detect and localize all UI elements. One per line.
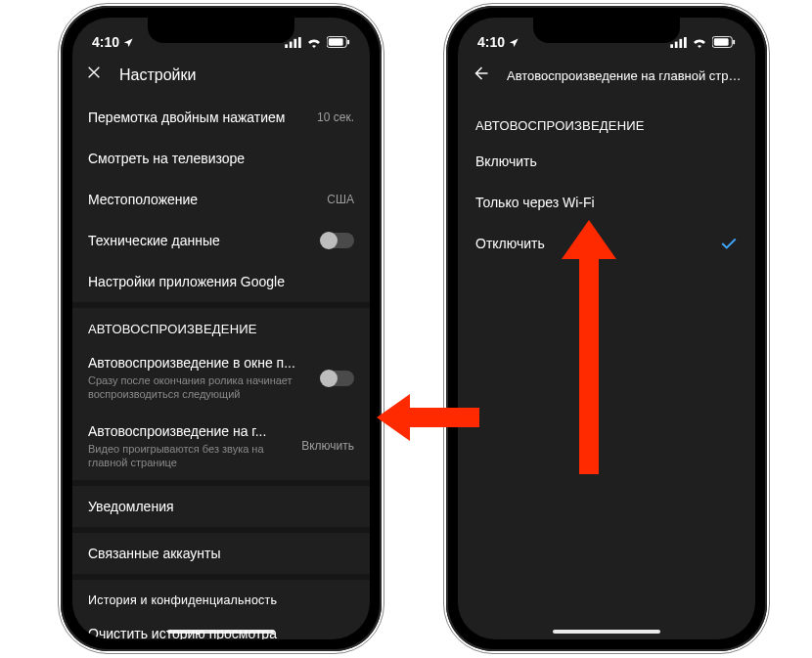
row-notifications[interactable]: Уведомления [72,486,370,527]
back-arrow-icon[interactable] [472,65,489,87]
svg-rect-10 [684,37,687,48]
notch [148,18,294,43]
autoplay-window-toggle[interactable] [321,371,354,386]
notch [533,18,680,43]
wifi-icon [692,36,707,48]
row-sub: Видео проигрываются без звука на главной… [88,442,292,470]
phone-right: 4:10 Автовоспроизведение на главной стра… [446,6,767,651]
option-wifi-only[interactable]: Только через Wi-Fi [458,182,755,223]
location-arrow-icon [509,37,519,48]
row-linked-accounts[interactable]: Связанные аккаунты [72,533,370,574]
row-google-app-settings[interactable]: Настройки приложения Google [72,261,370,302]
section-header-history: История и конфиденциальность [72,580,370,615]
close-icon[interactable] [86,65,102,85]
row-watch-on-tv[interactable]: Смотреть на телевизоре [72,138,370,179]
option-label: Включить [475,154,537,169]
row-autoplay-home[interactable]: Автовоспроизведение на г... Видео проигр… [72,413,370,481]
row-label: Местоположение [88,192,317,207]
row-value: Включить [301,439,354,453]
row-clear-history[interactable]: Очистить историю просмотра Будут удалены… [72,615,370,639]
app-bar: Настройки [72,57,370,97]
home-indicator[interactable] [167,630,275,634]
row-sub: Сразу после окончания ролика начинает во… [88,373,311,402]
phone-left: 4:10 Настройки Перемотка двойным нажатие… [61,6,382,651]
location-arrow-icon [123,37,134,48]
svg-rect-0 [285,44,288,48]
row-label: Автовоспроизведение в окне п... [88,355,311,371]
row-label: Уведомления [88,499,354,514]
row-label: Перемотка двойным нажатием [88,110,307,125]
row-double-tap-seek[interactable]: Перемотка двойным нажатием 10 сек. [72,97,370,138]
svg-rect-5 [329,38,343,45]
battery-icon [327,36,350,48]
svg-rect-2 [293,38,296,47]
battery-icon [712,36,736,48]
app-bar: Автовоспроизведение на главной странице [458,57,755,99]
svg-rect-3 [298,37,301,48]
option-enable[interactable]: Включить [458,141,755,182]
wifi-icon [306,36,322,48]
screen-right: 4:10 Автовоспроизведение на главной стра… [458,18,755,639]
status-time: 4:10 [92,34,119,50]
tech-data-toggle[interactable] [321,233,354,248]
section-header-autoplay: АВТОВОСПРОИЗВЕДЕНИЕ [72,308,370,344]
svg-rect-8 [675,41,678,47]
row-value: 10 сек. [317,110,354,124]
svg-rect-13 [733,40,735,45]
section-autoplay: АВТОВОСПРОИЗВЕДЕНИЕ Автовоспроизведение … [72,302,370,480]
section-header-autoplay: АВТОВОСПРОИЗВЕДЕНИЕ [458,105,755,141]
screen-left: 4:10 Настройки Перемотка двойным нажатие… [72,18,370,639]
row-label: Смотреть на телевизоре [88,151,354,166]
row-tech-data[interactable]: Технические данные [72,220,370,261]
status-time: 4:10 [477,34,505,50]
svg-rect-6 [347,40,349,45]
page-title: Настройки [119,66,196,84]
page-title: Автовоспроизведение на главной странице [507,68,742,83]
row-value: США [327,193,354,206]
section-notifications: Уведомления [72,480,370,527]
svg-rect-12 [714,38,729,45]
home-indicator[interactable] [553,630,660,634]
row-autoplay-window[interactable]: Автовоспроизведение в окне п... Сразу по… [72,344,370,413]
section-linked: Связанные аккаунты [72,527,370,574]
row-label: Автовоспроизведение на г... [88,423,292,439]
row-label: Технические данные [88,233,311,248]
svg-rect-7 [670,44,673,48]
option-label: Отключить [475,236,545,251]
row-label: Связанные аккаунты [88,546,354,561]
svg-rect-1 [290,41,293,47]
row-location[interactable]: Местоположение США [72,179,370,220]
option-disable[interactable]: Отключить [458,223,755,264]
row-label: Настройки приложения Google [88,274,354,289]
option-label: Только через Wi-Fi [475,195,595,210]
check-icon [720,237,738,250]
svg-rect-9 [679,38,682,47]
